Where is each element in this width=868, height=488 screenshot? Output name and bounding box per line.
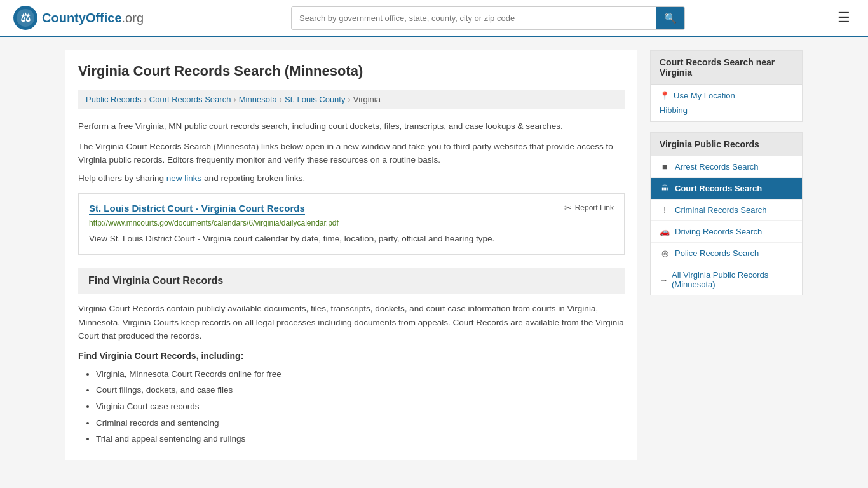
find-section-para: Virginia Court Records contain publicly … (78, 302, 625, 343)
sidebar-public-records-title: Virginia Public Records (651, 133, 802, 156)
breadcrumb-st-louis[interactable]: St. Louis County (285, 95, 345, 104)
nearby-link-hibbing[interactable]: Hibbing (660, 105, 793, 115)
report-icon: ✂ (564, 203, 572, 213)
new-links[interactable]: new links (166, 173, 202, 183)
find-list: Virginia, Minnesota Court Records online… (78, 366, 625, 447)
record-card-header: St. Louis District Court - Virginia Cour… (89, 203, 614, 215)
sidebar: Court Records Search near Virginia 📍 Use… (650, 50, 803, 460)
sidebar-nearby-section: Court Records Search near Virginia 📍 Use… (650, 50, 803, 122)
sidebar-nearby-title: Court Records Search near Virginia (651, 51, 802, 85)
search-box: 🔍 (291, 6, 685, 30)
sidebar-nearby-content: 📍 Use My Location Hibbing (651, 85, 802, 121)
court-records-link[interactable]: Court Records Search (675, 184, 762, 193)
find-section-title: Find Virginia Court Records (88, 275, 614, 287)
breadcrumb-sep-4: › (348, 95, 350, 104)
help-text: Help others by sharing new links and rep… (78, 173, 625, 183)
record-description: View St. Louis District Court - Virginia… (89, 233, 614, 245)
logo-text: CountyOffice.org (42, 11, 144, 25)
all-records-link[interactable]: All Virginia Public Records (Minnesota) (672, 270, 793, 289)
menu-button[interactable]: ☰ (832, 7, 855, 29)
logo-area: ⚖ CountyOffice.org (13, 5, 144, 30)
breadcrumb-sep-1: › (144, 95, 146, 104)
breadcrumb-virginia: Virginia (353, 95, 381, 104)
arrow-icon: → (660, 275, 668, 285)
logo-icon: ⚖ (13, 5, 38, 30)
breadcrumb-public-records[interactable]: Public Records (86, 95, 141, 104)
police-records-link[interactable]: Police Records Search (675, 248, 759, 258)
breadcrumb: Public Records › Court Records Search › … (78, 90, 625, 109)
record-title-link[interactable]: St. Louis District Court - Virginia Cour… (89, 203, 305, 215)
search-area: 🔍 (291, 6, 685, 30)
site-header: ⚖ CountyOffice.org 🔍 ☰ (0, 0, 868, 37)
list-item: Court filings, dockets, and case files (96, 382, 625, 398)
police-icon: ◎ (660, 248, 670, 258)
sidebar-public-records-section: Virginia Public Records ■ Arrest Records… (650, 132, 803, 295)
driving-records-link[interactable]: Driving Records Search (675, 227, 762, 236)
record-url[interactable]: http://www.mncourts.gov/documents/calend… (89, 219, 614, 227)
court-icon: 🏛 (660, 184, 670, 193)
list-item: Criminal records and sentencing (96, 415, 625, 431)
use-my-location-item: 📍 Use My Location (660, 91, 793, 100)
breadcrumb-sep-2: › (233, 95, 236, 104)
report-link[interactable]: ✂ Report Link (564, 203, 614, 213)
sidebar-item-driving[interactable]: 🚗 Driving Records Search (651, 221, 802, 243)
arrest-records-link[interactable]: Arrest Records Search (675, 162, 759, 172)
list-item: Trial and appeal sentencing and rulings (96, 431, 625, 447)
breadcrumb-minnesota[interactable]: Minnesota (239, 95, 277, 104)
list-item: Virginia, Minnesota Court Records online… (96, 366, 625, 383)
find-section-header: Find Virginia Court Records (78, 268, 625, 294)
sidebar-item-arrest[interactable]: ■ Arrest Records Search (651, 156, 802, 178)
driving-icon: 🚗 (660, 227, 670, 236)
content-area: Virginia Court Records Search (Minnesota… (65, 50, 637, 460)
list-item: Virginia Court case records (96, 398, 625, 415)
intro-para-2: The Virginia Court Records Search (Minne… (78, 140, 625, 167)
page-title: Virginia Court Records Search (Minnesota… (78, 63, 625, 79)
sidebar-item-criminal[interactable]: ! Criminal Records Search (651, 200, 802, 221)
all-records-item: → All Virginia Public Records (Minnesota… (651, 264, 802, 295)
sidebar-item-police[interactable]: ◎ Police Records Search (651, 243, 802, 264)
svg-text:⚖: ⚖ (20, 11, 31, 24)
criminal-icon: ! (660, 205, 670, 215)
main-container: Virginia Court Records Search (Minnesota… (53, 37, 815, 473)
search-button[interactable]: 🔍 (656, 7, 684, 29)
intro-para-1: Perform a free Virginia, MN public court… (78, 119, 625, 133)
breadcrumb-sep-3: › (280, 95, 282, 104)
criminal-records-link[interactable]: Criminal Records Search (675, 205, 767, 215)
sidebar-item-court[interactable]: 🏛 Court Records Search (651, 178, 802, 200)
use-my-location-link[interactable]: Use My Location (674, 91, 735, 100)
record-card: St. Louis District Court - Virginia Cour… (78, 193, 625, 255)
arrest-icon: ■ (660, 162, 670, 172)
search-input[interactable] (292, 7, 656, 29)
find-subheading: Find Virginia Court Records, including: (78, 351, 625, 361)
pin-icon: 📍 (660, 91, 670, 100)
breadcrumb-court-records[interactable]: Court Records Search (149, 95, 231, 104)
